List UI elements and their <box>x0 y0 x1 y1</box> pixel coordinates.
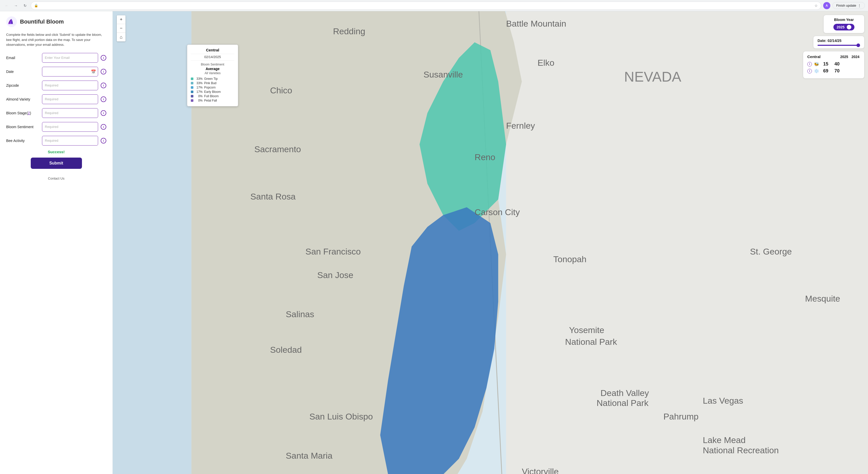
bee-stats-row: i 🐝 15 40 <box>807 61 860 67</box>
bee-val-2024: 40 <box>832 61 842 67</box>
popup-pct: 33% <box>195 77 203 80</box>
almond-variety-input[interactable] <box>42 94 98 104</box>
svg-text:San Luis Obispo: San Luis Obispo <box>309 412 373 421</box>
popup-color-dot <box>191 82 193 84</box>
bloom-year-value: 2025 <box>837 25 844 29</box>
snowflake-icon: ❄️ <box>814 69 819 73</box>
svg-text:National Recreation: National Recreation <box>703 445 779 455</box>
stats-region: Central <box>807 55 820 59</box>
bee-info-icon[interactable]: i <box>807 62 812 67</box>
browser-chrome: ← → ↻ 🔒 bountifulalmonds.com ☆ A Finish … <box>0 0 868 11</box>
svg-text:Victorville: Victorville <box>522 467 559 474</box>
bloom-year-toggle[interactable]: 2025 <box>833 24 854 30</box>
contact-us[interactable]: Contact Us <box>6 176 106 180</box>
map-popup: Central 02/14/2025 Bloom Sentiment Avera… <box>187 44 238 106</box>
popup-stage: Full Bloom <box>204 94 219 98</box>
bloom-stage-input[interactable] <box>42 108 98 118</box>
popup-stage: Early Bloom <box>204 90 221 94</box>
popup-varieties: All Varieties <box>191 71 234 75</box>
popup-row: 17% Popcorn <box>191 86 234 89</box>
popup-stage: Petal Fall <box>204 99 217 102</box>
back-button[interactable]: ← <box>3 2 10 9</box>
url-input[interactable]: bountifulalmonds.com <box>40 4 812 7</box>
popup-title: Central <box>191 48 234 54</box>
bloom-year-card: Bloom Year 2025 <box>824 15 864 33</box>
bee-val-2025: 15 <box>821 61 830 67</box>
bookmark-icon[interactable]: ☆ <box>814 4 818 8</box>
svg-text:National Park: National Park <box>596 398 649 408</box>
svg-text:Las Vegas: Las Vegas <box>703 396 743 405</box>
zoom-out-button[interactable]: − <box>117 24 125 33</box>
svg-text:Reno: Reno <box>474 152 495 162</box>
date-input[interactable]: 02/14/2025 <box>42 67 98 76</box>
submit-button[interactable]: Submit <box>31 158 82 169</box>
svg-text:Redding: Redding <box>333 26 365 36</box>
popup-pct: 0% <box>195 99 203 102</box>
svg-text:Tonopah: Tonopah <box>553 254 587 264</box>
date-slider-thumb[interactable] <box>857 43 860 47</box>
map-controls: + − ⌂ <box>117 15 125 41</box>
bloom-stage-link[interactable]: 2 <box>28 111 30 115</box>
calendar-icon: 📅 <box>91 69 96 74</box>
more-icon: ⋮ <box>858 4 861 7</box>
bloom-stage-info-icon[interactable]: i <box>101 110 106 116</box>
bloom-year-title: Bloom Year <box>828 18 860 22</box>
bloom-sentiment-label: Bloom Sentiment <box>6 125 39 129</box>
svg-text:Pahrump: Pahrump <box>663 412 699 421</box>
email-row: Email i <box>6 53 106 63</box>
zipcode-row: Zipcode i <box>6 80 106 90</box>
date-info-icon[interactable]: i <box>101 69 106 74</box>
description: Complete the fields below and click 'Sub… <box>6 32 106 47</box>
svg-text:Yosemite: Yosemite <box>569 325 604 335</box>
svg-text:Chico: Chico <box>270 86 292 95</box>
bloom-sentiment-row: Bloom Sentiment i <box>6 122 106 132</box>
svg-text:Salinas: Salinas <box>286 309 314 319</box>
svg-text:St. George: St. George <box>750 246 792 256</box>
toggle-circle <box>847 25 851 29</box>
email-info-icon[interactable]: i <box>101 55 106 61</box>
svg-text:Susanville: Susanville <box>423 70 463 79</box>
almond-variety-info-icon[interactable]: i <box>101 96 106 102</box>
stats-header: Central 2025 2024 <box>807 55 860 59</box>
popup-pct: 17% <box>195 86 203 89</box>
popup-stage: Green Tip <box>204 77 218 80</box>
bloom-stage-label: Bloom Stage(2) <box>6 111 39 115</box>
email-input[interactable] <box>42 53 98 63</box>
zipcode-info-icon[interactable]: i <box>101 82 106 88</box>
avatar[interactable]: A <box>823 2 830 9</box>
almond-variety-label: Almond Variety <box>6 97 39 101</box>
zipcode-input[interactable] <box>42 80 98 90</box>
stats-year-2024: 2024 <box>851 55 860 59</box>
map-area[interactable]: NEVADA Eureka Winnemucca Redding Battle … <box>113 11 868 474</box>
email-label: Email <box>6 56 39 60</box>
bloom-sentiment-info-icon[interactable]: i <box>101 124 106 130</box>
bee-activity-row: Bee Activity i <box>6 136 106 145</box>
date-input-wrap: 02/14/2025 📅 <box>42 67 98 76</box>
forward-button[interactable]: → <box>12 2 20 9</box>
zoom-in-button[interactable]: + <box>117 15 125 24</box>
svg-text:Santa Rosa: Santa Rosa <box>250 192 296 201</box>
popup-pct: 0% <box>195 94 203 98</box>
chill-info-icon[interactable]: i <box>807 69 812 73</box>
popup-color-dot <box>191 95 193 98</box>
finish-update-button[interactable]: Finish update ⋮ <box>832 2 865 9</box>
svg-text:Fernley: Fernley <box>506 121 535 131</box>
popup-color-dot <box>191 99 193 102</box>
bloom-sentiment-input[interactable] <box>42 122 98 132</box>
reload-button[interactable]: ↻ <box>22 2 29 9</box>
stats-year-2025: 2025 <box>840 55 849 59</box>
home-button[interactable]: ⌂ <box>117 33 125 41</box>
finish-update-label: Finish update <box>836 4 856 7</box>
bee-activity-info-icon[interactable]: i <box>101 138 106 143</box>
popup-pct: 17% <box>195 90 203 94</box>
svg-text:Carson City: Carson City <box>474 207 520 217</box>
date-label: Date <box>6 70 39 74</box>
logo-text: Bountiful Bloom <box>20 19 64 25</box>
logo-icon <box>6 16 17 27</box>
bee-activity-input[interactable] <box>42 136 98 145</box>
popup-color-dot <box>191 86 193 89</box>
svg-rect-4 <box>113 11 191 474</box>
popup-color-dot <box>191 77 193 80</box>
svg-text:Battle Mountain: Battle Mountain <box>506 19 566 28</box>
svg-text:NEVADA: NEVADA <box>624 69 681 85</box>
